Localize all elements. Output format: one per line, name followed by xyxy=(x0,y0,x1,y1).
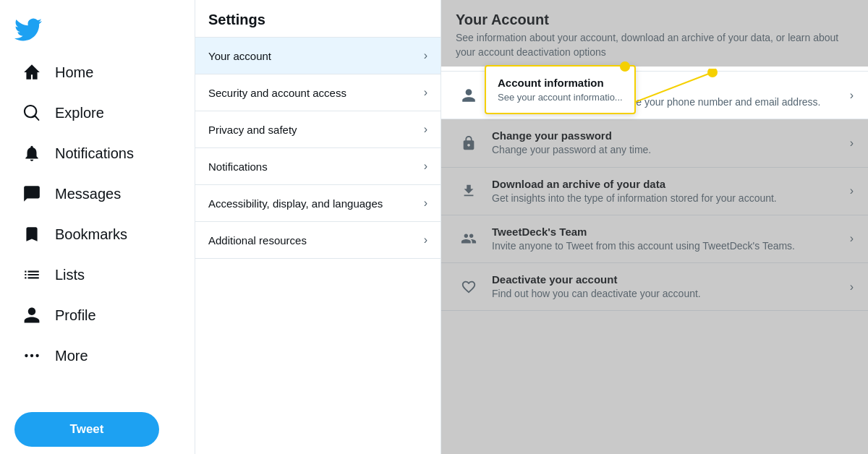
sidebar-item-bookmarks-label: Bookmarks xyxy=(55,226,127,243)
tweetdeck-title: TweetDeck's Team xyxy=(492,226,843,238)
settings-item-security[interactable]: Security and account access › xyxy=(195,74,441,111)
sidebar-item-lists-label: Lists xyxy=(55,267,85,283)
settings-item-notifications-label: Notifications xyxy=(208,160,268,173)
bookmarks-icon xyxy=(22,224,42,244)
chevron-right-icon: › xyxy=(424,49,427,62)
chevron-right-icon: › xyxy=(850,184,854,197)
deactivate-text: Deactivate your account Find out how you… xyxy=(492,273,843,300)
sidebar-item-explore-label: Explore xyxy=(55,105,104,121)
settings-item-additional-label: Additional resources xyxy=(208,234,307,247)
lists-icon xyxy=(22,265,42,285)
svg-point-0 xyxy=(25,354,27,357)
chevron-right-icon: › xyxy=(424,123,427,136)
chevron-right-icon: › xyxy=(424,160,427,173)
explore-icon xyxy=(22,103,42,123)
settings-item-additional[interactable]: Additional resources › xyxy=(195,222,441,259)
sidebar-item-notifications-label: Notifications xyxy=(55,145,134,162)
chevron-right-icon: › xyxy=(424,234,427,247)
sidebar: Home Explore Notifications Messages Book… xyxy=(0,0,195,454)
more-icon xyxy=(22,346,42,366)
settings-item-notifications[interactable]: Notifications › xyxy=(195,148,441,185)
sidebar-item-more-label: More xyxy=(55,348,88,364)
twitter-logo xyxy=(0,7,195,52)
main-item-tweetdeck-team[interactable]: TweetDeck's Team Invite anyone to Tweet … xyxy=(441,215,868,263)
download-icon xyxy=(456,178,482,204)
sidebar-item-more[interactable]: More xyxy=(7,337,187,374)
notification-icon xyxy=(22,143,42,163)
settings-item-privacy-label: Privacy and safety xyxy=(208,124,297,136)
download-archive-desc: Get insights into the type of informatio… xyxy=(492,192,843,205)
settings-item-your-account[interactable]: Your account › xyxy=(195,38,441,74)
sidebar-item-profile-label: Profile xyxy=(55,307,96,324)
tooltip-title: Account information xyxy=(498,77,623,89)
chevron-right-icon: › xyxy=(850,137,854,150)
settings-panel: Settings Your account › Security and acc… xyxy=(195,0,441,454)
main-header: Your Account See information about your … xyxy=(441,0,868,72)
change-password-title: Change your password xyxy=(492,129,843,142)
tooltip-desc: See your account informatio... xyxy=(498,92,623,103)
yellow-dot xyxy=(620,61,630,72)
home-icon xyxy=(22,62,42,82)
chevron-right-icon: › xyxy=(850,89,854,102)
main-item-change-password[interactable]: Change your password Change your passwor… xyxy=(441,119,868,167)
settings-item-accessibility-label: Accessibility, display, and languages xyxy=(208,197,383,210)
svg-point-2 xyxy=(35,354,38,357)
sidebar-item-lists[interactable]: Lists xyxy=(7,256,187,294)
sidebar-item-profile[interactable]: Profile xyxy=(7,296,187,334)
change-password-text: Change your password Change your passwor… xyxy=(492,129,843,156)
sidebar-item-notifications[interactable]: Notifications xyxy=(7,134,187,172)
svg-point-1 xyxy=(30,354,33,357)
tweetdeck-text: TweetDeck's Team Invite anyone to Tweet … xyxy=(492,226,843,252)
settings-item-accessibility[interactable]: Accessibility, display, and languages › xyxy=(195,185,441,222)
deactivate-title: Deactivate your account xyxy=(492,273,843,286)
password-icon xyxy=(456,130,482,156)
profile-icon xyxy=(22,305,42,325)
sidebar-item-home[interactable]: Home xyxy=(7,53,187,91)
download-archive-title: Download an archive of your data xyxy=(492,178,843,190)
sidebar-item-explore[interactable]: Explore xyxy=(7,94,187,132)
chevron-right-icon: › xyxy=(850,280,854,294)
tooltip-box: Account information See your account inf… xyxy=(485,65,636,114)
chevron-right-icon: › xyxy=(424,197,427,210)
tooltip-wrapper: Account information See your account inf… xyxy=(485,65,636,114)
messages-icon xyxy=(22,184,42,204)
tweetdeck-desc: Invite anyone to Tweet from this account… xyxy=(492,239,843,252)
sidebar-item-messages-label: Messages xyxy=(55,186,121,202)
main-item-deactivate[interactable]: Deactivate your account Find out how you… xyxy=(441,263,868,311)
sidebar-item-bookmarks[interactable]: Bookmarks xyxy=(7,215,187,253)
main-title: Your Account xyxy=(456,12,854,28)
deactivate-desc: Find out how you can deactivate your acc… xyxy=(492,287,843,300)
download-archive-text: Download an archive of your data Get ins… xyxy=(492,178,843,205)
settings-item-privacy[interactable]: Privacy and safety › xyxy=(195,111,441,148)
settings-list: Your account › Security and account acce… xyxy=(195,38,441,454)
tweet-button[interactable]: Tweet xyxy=(14,412,159,447)
main-subtitle: See information about your account, down… xyxy=(456,31,854,59)
chevron-right-icon: › xyxy=(850,232,854,245)
account-info-icon xyxy=(456,82,482,108)
settings-item-security-label: Security and account access xyxy=(208,87,346,99)
chevron-right-icon: › xyxy=(424,86,427,99)
sidebar-item-messages[interactable]: Messages xyxy=(7,175,187,213)
settings-header: Settings xyxy=(195,0,441,38)
deactivate-icon xyxy=(456,274,482,300)
twitter-bird-icon xyxy=(14,16,42,43)
change-password-desc: Change your password at any time. xyxy=(492,143,843,156)
main-item-download-archive[interactable]: Download an archive of your data Get ins… xyxy=(441,168,868,215)
settings-item-your-account-label: Your account xyxy=(208,50,271,62)
main-nav: Home Explore Notifications Messages Book… xyxy=(0,52,195,402)
team-icon xyxy=(456,226,482,252)
main-content: Your Account See information about your … xyxy=(441,0,868,454)
sidebar-item-home-label: Home xyxy=(55,64,93,81)
